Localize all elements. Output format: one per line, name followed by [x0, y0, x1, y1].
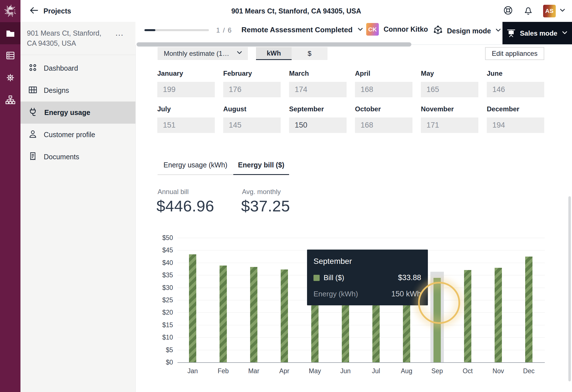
assessment-status-label[interactable]: Remote Assessment Completed	[241, 26, 352, 34]
month-label: September	[289, 105, 347, 113]
vertical-scrollbar-thumb[interactable]	[568, 196, 571, 381]
y-tick-label: $30	[146, 284, 173, 292]
sidebar-item-customer-profile[interactable]: Customer profile	[20, 124, 135, 146]
notifications-bell-icon[interactable]	[523, 5, 534, 17]
month-input-december[interactable]: 194	[487, 117, 544, 133]
month-cell-may: May165	[421, 70, 478, 97]
chevron-down-icon[interactable]	[559, 7, 566, 15]
estimate-type-dropdown[interactable]: Monthly estimate (1…	[158, 47, 248, 60]
project-sidebar: 901 Mears Ct, Stanford, CA 94305, USA ..…	[20, 22, 136, 392]
tooltip-label: Energy (kWh)	[313, 290, 358, 298]
back-to-projects[interactable]: Projects	[29, 0, 71, 22]
month-cell-april: April168	[355, 70, 412, 97]
back-arrow-icon[interactable]	[29, 5, 39, 17]
month-label: June	[487, 70, 544, 77]
sales-mode-dropdown[interactable]: Sales mode	[502, 22, 572, 45]
project-overflow-menu[interactable]: ...	[116, 29, 124, 38]
bar-feb[interactable]	[220, 266, 227, 362]
avatar[interactable]: CK	[366, 23, 379, 36]
cube-icon	[433, 25, 443, 36]
month-input-february[interactable]: 176	[223, 82, 281, 97]
unit-toggle-dollar[interactable]: $	[292, 47, 327, 60]
month-input-may[interactable]: 165	[421, 82, 478, 97]
progress-step: 1 / 6	[216, 26, 232, 34]
horizontal-scrollbar-thumb[interactable]	[137, 42, 411, 47]
tooltip-value: 150 kWh	[391, 290, 421, 298]
month-input-october[interactable]: 168	[355, 117, 412, 133]
sidebar-item-documents[interactable]: Documents	[20, 146, 135, 168]
month-label: December	[487, 105, 544, 113]
x-tick-label: Jul	[361, 367, 391, 375]
back-label[interactable]: Projects	[43, 7, 71, 15]
y-tick-label: $40	[146, 259, 173, 267]
project-address: 901 Mears Ct, Stanford, CA 94305, USA	[27, 28, 111, 48]
y-tick-label: $25	[146, 296, 173, 304]
chevron-down-icon	[236, 49, 243, 58]
month-cell-july: July151	[157, 105, 215, 133]
edit-appliances-button[interactable]: Edit appliances	[485, 47, 544, 60]
x-tick-label: Aug	[391, 367, 422, 375]
month-input-august[interactable]: 145	[223, 117, 281, 133]
chevron-down-icon[interactable]	[561, 29, 568, 37]
y-tick-label: $0	[146, 359, 173, 366]
month-cell-august: August145	[223, 105, 281, 133]
bar-nov[interactable]	[495, 268, 502, 362]
rail-item-projects-folder-icon[interactable]	[0, 22, 20, 44]
assessment-status-dropdown[interactable]: Remote Assessment Completed	[241, 26, 364, 34]
annual-bill-label: Annual bill	[158, 188, 189, 196]
bar-dec[interactable]	[525, 257, 532, 362]
sidebar-item-label: Customer profile	[44, 131, 95, 139]
month-input-march[interactable]: 174	[289, 82, 347, 97]
bar-mar[interactable]	[250, 267, 257, 362]
chart-tooltip: September Bill ($)$33.88Energy (kWh)150 …	[307, 250, 428, 305]
y-tick-label: $50	[146, 234, 173, 242]
sales-mode-label[interactable]: Sales mode	[520, 29, 557, 37]
chevron-down-icon[interactable]	[495, 27, 502, 35]
bar-jan[interactable]	[189, 254, 196, 362]
rail-item-settings-gear-icon[interactable]	[0, 66, 20, 89]
tab-energy-usage[interactable]: Energy usage (kWh)	[158, 159, 233, 175]
x-tick-label: May	[299, 367, 330, 375]
month-input-july[interactable]: 151	[157, 117, 215, 133]
month-label: March	[289, 70, 347, 77]
month-label: October	[355, 105, 412, 113]
y-tick-label: $20	[146, 309, 173, 316]
design-mode-dropdown[interactable]: Design mode	[433, 25, 502, 36]
gridline	[177, 337, 545, 338]
x-tick-label: Apr	[269, 367, 300, 375]
topbar-actions: AS	[503, 0, 566, 22]
rail-item-database-icon[interactable]	[0, 44, 20, 66]
month-label: January	[157, 70, 215, 77]
month-label: July	[157, 105, 215, 113]
sidebar-item-designs[interactable]: Designs	[20, 79, 135, 102]
rail-item-org-chart-icon[interactable]	[0, 89, 20, 111]
assigned-user[interactable]: CK Connor Kitko	[366, 23, 428, 36]
bar-apr[interactable]	[281, 269, 288, 362]
month-input-june[interactable]: 146	[487, 82, 544, 97]
account-menu[interactable]: AS	[543, 5, 566, 17]
sidebar-item-energy-usage[interactable]: Energy usage	[20, 102, 135, 124]
chevron-down-icon[interactable]	[357, 26, 364, 34]
avatar[interactable]: AS	[543, 5, 556, 17]
bar-oct[interactable]	[464, 270, 471, 362]
month-input-november[interactable]: 171	[421, 117, 478, 133]
tab-energy-bill[interactable]: Energy bill ($)	[233, 159, 289, 175]
chart-tabs: Energy usage (kWh) Energy bill ($)	[158, 159, 289, 175]
aurora-logo-icon[interactable]	[0, 0, 20, 22]
month-label: February	[223, 70, 281, 77]
x-tick-label: Mar	[238, 367, 269, 375]
y-tick-label: $35	[146, 271, 173, 279]
sidebar-item-dashboard[interactable]: Dashboard	[20, 57, 135, 79]
x-tick-label: Jan	[177, 367, 208, 375]
help-icon[interactable]	[503, 5, 513, 17]
unit-toggle-kwh[interactable]: kWh	[256, 47, 292, 60]
month-input-april[interactable]: 168	[355, 82, 412, 97]
x-tick-label: Oct	[452, 367, 483, 375]
tooltip-row: Bill ($)$33.88	[313, 273, 421, 282]
month-input-september[interactable]: 150	[289, 117, 347, 133]
plug-icon	[28, 107, 38, 119]
month-label: April	[355, 70, 412, 77]
design-mode-label[interactable]: Design mode	[447, 27, 491, 35]
month-input-january[interactable]: 199	[157, 82, 215, 97]
gridline	[177, 238, 545, 238]
